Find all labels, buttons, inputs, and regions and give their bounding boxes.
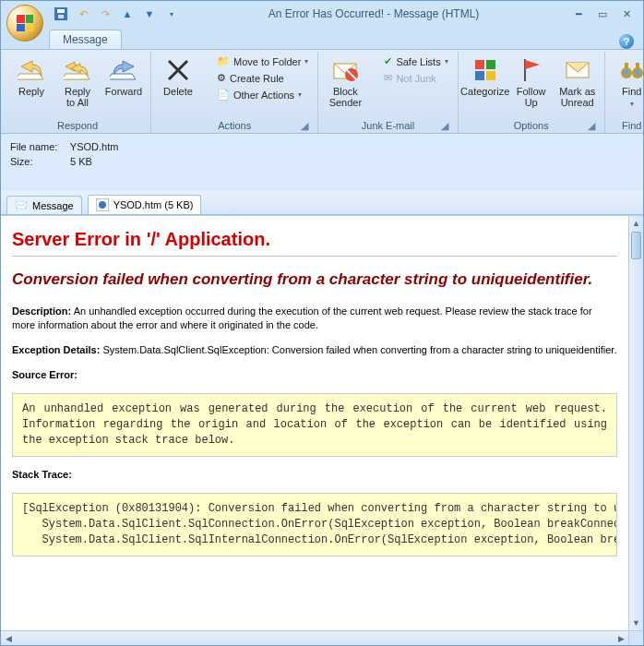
- office-button[interactable]: [6, 5, 43, 42]
- minimize-button[interactable]: ━: [567, 6, 590, 21]
- delete-button[interactable]: Delete: [157, 54, 199, 99]
- vertical-scrollbar[interactable]: ▲ ▼: [628, 216, 643, 630]
- ysod-description: An unhandled exception occurred during t…: [12, 305, 592, 330]
- svg-rect-19: [636, 63, 639, 69]
- safe-lists-icon: ✔: [384, 55, 392, 67]
- envelope-icon: ✉️: [15, 199, 28, 211]
- mark-unread-icon: [563, 55, 592, 85]
- categorize-button[interactable]: Categorize: [464, 54, 507, 99]
- group-label-actions: Actions: [218, 120, 251, 131]
- group-label-options: Options: [514, 120, 549, 131]
- file-size-value: 5 KB: [70, 156, 92, 167]
- undo-icon[interactable]: ↶: [75, 6, 91, 22]
- svg-rect-1: [57, 9, 65, 13]
- horizontal-scrollbar[interactable]: ◀ ▶: [1, 630, 628, 645]
- binoculars-icon: [617, 55, 644, 85]
- block-sender-button[interactable]: Block Sender: [324, 54, 366, 110]
- chevron-down-icon: ▾: [445, 57, 448, 66]
- ysod-source-error-box: An unhandled exception was generated dur…: [12, 393, 617, 457]
- ysod-heading: Server Error in '/' Application.: [12, 229, 617, 250]
- chevron-down-icon: ▾: [304, 57, 308, 66]
- message-info: File name: YSOD.htm Size: 5 KB: [1, 134, 643, 174]
- group-label-respond: Respond: [57, 120, 98, 131]
- ysod-exception-details: System.Data.SqlClient.SqlException: Conv…: [102, 344, 616, 355]
- group-label-find: Find: [622, 120, 641, 131]
- reply-all-icon: [63, 55, 92, 85]
- group-label-junk: Junk E-mail: [362, 120, 414, 131]
- create-rule-button[interactable]: ⚙Create Rule: [213, 70, 312, 86]
- forward-button[interactable]: Forward: [102, 54, 145, 99]
- scroll-up-icon[interactable]: ▲: [629, 216, 643, 231]
- folder-move-icon: 📁: [217, 55, 230, 67]
- scroll-thumb[interactable]: [631, 232, 641, 259]
- delete-icon: [163, 55, 193, 85]
- dialog-launcher-icon[interactable]: ◢: [586, 120, 597, 131]
- redo-icon[interactable]: ↷: [97, 6, 113, 22]
- mark-unread-button[interactable]: Mark as Unread: [556, 54, 599, 110]
- other-actions-icon: 📄: [217, 89, 230, 101]
- title-bar: ↶ ↷ ▲ ▼ ▾ An Error Has Occurred! - Messa…: [1, 1, 643, 27]
- html-file-icon: [96, 198, 109, 211]
- tab-message[interactable]: Message: [49, 30, 122, 49]
- dialog-launcher-icon[interactable]: ◢: [299, 120, 310, 131]
- dialog-launcher-icon[interactable]: ◢: [439, 120, 450, 131]
- ysod-source-error-label: Source Error:: [12, 369, 78, 380]
- flag-icon: [517, 55, 546, 85]
- move-to-folder-button[interactable]: 📁Move to Folder▾: [213, 54, 312, 69]
- save-icon[interactable]: [53, 6, 69, 22]
- forward-icon: [109, 55, 138, 85]
- window-title: An Error Has Occurred! - Message (HTML): [180, 7, 567, 20]
- svg-rect-2: [58, 15, 64, 18]
- other-actions-button[interactable]: 📄Other Actions▾: [213, 87, 312, 102]
- reply-icon: [17, 55, 46, 85]
- maximize-button[interactable]: ▭: [591, 6, 614, 21]
- scroll-right-icon[interactable]: ▶: [614, 631, 628, 645]
- reply-all-button[interactable]: Reply to All: [56, 54, 99, 110]
- svg-point-21: [99, 201, 106, 209]
- chevron-down-icon: ▾: [630, 100, 634, 108]
- svg-rect-9: [486, 60, 495, 69]
- not-junk-icon: ✉: [384, 72, 392, 84]
- attachment-tab-message[interactable]: ✉️ Message: [6, 196, 82, 214]
- svg-rect-11: [486, 71, 495, 80]
- follow-up-button[interactable]: Follow Up: [510, 54, 553, 110]
- close-button[interactable]: ✕: [615, 6, 638, 21]
- file-name-value: YSOD.htm: [70, 141, 119, 152]
- attachment-preview: Server Error in '/' Application. Convers…: [1, 216, 628, 630]
- scroll-down-icon[interactable]: ▼: [629, 616, 643, 630]
- svg-point-17: [635, 70, 640, 76]
- svg-rect-8: [475, 60, 484, 69]
- safe-lists-button[interactable]: ✔Safe Lists▾: [380, 54, 451, 69]
- block-sender-icon: [330, 55, 360, 85]
- ysod-subheading: Conversion failed when converting from a…: [12, 269, 617, 290]
- next-item-icon[interactable]: ▼: [141, 6, 158, 22]
- attachment-tab-file[interactable]: YSOD.htm (5 KB): [88, 195, 202, 214]
- svg-point-16: [624, 70, 629, 76]
- help-icon[interactable]: ?: [619, 34, 634, 49]
- svg-rect-10: [475, 71, 484, 80]
- not-junk-button: ✉Not Junk: [380, 70, 451, 86]
- reply-button[interactable]: Reply: [10, 54, 53, 99]
- rule-icon: ⚙: [217, 72, 226, 84]
- scroll-left-icon[interactable]: ◀: [1, 631, 16, 645]
- categorize-icon: [471, 55, 500, 85]
- find-button[interactable]: Find▾: [611, 54, 644, 112]
- previous-item-icon[interactable]: ▲: [119, 6, 136, 22]
- qat-customize-icon[interactable]: ▾: [163, 6, 180, 22]
- ysod-stack-trace-box: [SqlException (0x80131904): Conversion f…: [12, 493, 617, 556]
- svg-rect-18: [625, 63, 628, 69]
- chevron-down-icon: ▾: [298, 90, 302, 99]
- ysod-stack-trace-label: Stack Trace:: [12, 469, 72, 480]
- ribbon: Reply Reply to All Forward Respond Delet…: [1, 49, 643, 134]
- resize-grip[interactable]: [628, 630, 643, 645]
